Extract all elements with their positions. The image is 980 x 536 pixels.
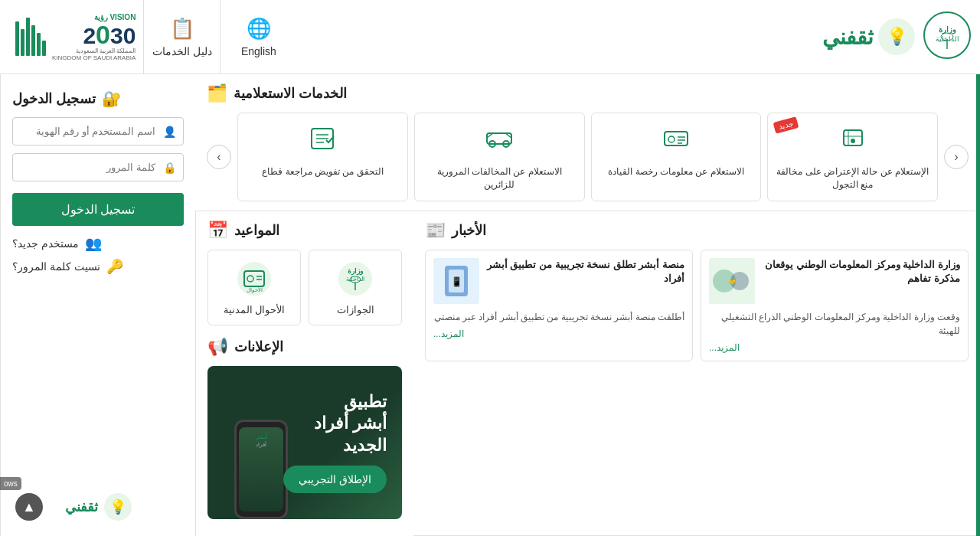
news-announce-area: الأخبار 📰 وزارة الداخلية ومركز المعلومات… bbox=[413, 211, 980, 536]
appt-passports-label: الجوازات bbox=[315, 304, 395, 315]
carousel-next-btn[interactable]: › bbox=[207, 145, 231, 169]
news-card-2-title: منصة أبشر تطلق نسخة تجريبية من تطبيق أبش… bbox=[485, 258, 684, 286]
announce-icon: 📢 bbox=[207, 337, 228, 357]
news-card-2-content: منصة أبشر تطلق نسخة تجريبية من تطبيق أبش… bbox=[485, 258, 684, 286]
svg-text:🤝: 🤝 bbox=[728, 278, 736, 286]
news-icon: 📰 bbox=[425, 221, 446, 240]
forgot-icon: 🔑 bbox=[106, 258, 123, 275]
login-links: 👥 مستخدم جديد؟ 🔑 نسيت كلمة المرور؟ bbox=[12, 235, 184, 275]
license-label: الاستعلام عن معلومات رخصة القيادة bbox=[598, 165, 755, 178]
svg-point-10 bbox=[668, 136, 675, 142]
vision-chart bbox=[15, 18, 46, 56]
bar6 bbox=[15, 21, 19, 56]
violations-label: الاستعلام عن المخالفات المرورية للزائرين bbox=[421, 165, 578, 191]
lock-icon: 🔒 bbox=[163, 162, 176, 174]
svg-text:الأحوال: الأحوال bbox=[247, 286, 263, 293]
bar4 bbox=[26, 18, 30, 56]
appt-header: المواعيد 📅 bbox=[207, 221, 402, 240]
gov-logo: وزارة الداخلية bbox=[923, 11, 972, 64]
services-title: الخدمات الاستعلامية bbox=[234, 85, 347, 102]
svg-point-8 bbox=[851, 139, 855, 143]
service-card-violations[interactable]: الاستعلام عن المخالفات المرورية للزائرين bbox=[414, 113, 585, 201]
announce-title: الإعلانات bbox=[234, 338, 283, 355]
appt-card-passports[interactable]: وزارة الداخلية الجوازات bbox=[309, 250, 402, 325]
news-title: الأخبار bbox=[452, 222, 486, 239]
appt-icon: 📅 bbox=[207, 221, 228, 240]
announce-app-title: تطبيق أبشر أفراد الجديد bbox=[283, 391, 387, 457]
news-grid: وزارة الداخلية ومركز المعلومات الوطني يو… bbox=[425, 250, 969, 361]
news-section: الأخبار 📰 وزارة الداخلية ومركز المعلومات… bbox=[413, 211, 980, 536]
services-guide-label: دليل الخدمات bbox=[152, 45, 212, 57]
username-input[interactable] bbox=[12, 117, 184, 145]
login-button[interactable]: تسجيل الدخول bbox=[12, 193, 184, 226]
announce-wrapper: الإعلانات 📢 تطبيق أبشر أفراد الجديد الإط… bbox=[207, 337, 402, 519]
travel-ban-icon bbox=[774, 123, 931, 159]
login-icon: 🔐 bbox=[102, 90, 121, 108]
news-more-1[interactable]: المزيد... bbox=[709, 342, 960, 353]
service-card-license[interactable]: الاستعلام عن معلومات رخصة القيادة bbox=[591, 113, 762, 201]
service-card-travel-ban[interactable]: جديد الإستعلام عن حالة الإعتراض على مخال… bbox=[767, 113, 938, 201]
services-section-icon: 🗂️ bbox=[207, 83, 227, 103]
services-section: الخدمات الاستعلامية 🗂️ ‹ جديد bbox=[195, 74, 980, 211]
vision-numbers: 2030 bbox=[52, 21, 136, 47]
password-input[interactable] bbox=[12, 153, 184, 181]
login-section: 🔐 تسجيل الدخول 👤 🔒 تسجيل الدخول 👥 مستخدم… bbox=[12, 90, 184, 275]
login-title-text: تسجيل الدخول bbox=[12, 90, 96, 107]
vision-text: VISION رؤية 2030 المملكة العربية السعودي… bbox=[52, 13, 136, 61]
news-card-1-header: وزارة الداخلية ومركز المعلومات الوطني يو… bbox=[709, 258, 960, 304]
news-more-2[interactable]: المزيد... bbox=[433, 328, 684, 339]
bar3 bbox=[31, 25, 35, 56]
announce-launch-btn[interactable]: الإطلاق التجريبي bbox=[283, 466, 387, 493]
appt-card-civil[interactable]: الأحوال الأحوال المدنية bbox=[207, 250, 301, 325]
services-header: الخدمات الاستعلامية 🗂️ bbox=[207, 83, 969, 103]
news-card-1-content: وزارة الداخلية ومركز المعلومات الوطني يو… bbox=[761, 258, 960, 286]
vision-logo: VISION رؤية 2030 المملكة العربية السعودي… bbox=[8, 13, 143, 61]
violations-icon bbox=[421, 123, 578, 159]
news-card-1-title: وزارة الداخلية ومركز المعلومات الوطني يو… bbox=[761, 258, 960, 286]
bottom-row: الأخبار 📰 وزارة الداخلية ومركز المعلومات… bbox=[195, 211, 980, 536]
news-card-1[interactable]: وزارة الداخلية ومركز المعلومات الوطني يو… bbox=[701, 250, 969, 361]
main-layout: الخدمات الاستعلامية 🗂️ ‹ جديد bbox=[0, 74, 980, 536]
announce-banner: تطبيق أبشر أفراد الجديد الإطلاق التجريبي… bbox=[207, 366, 402, 519]
green-border bbox=[976, 0, 980, 536]
sector-icon bbox=[244, 123, 401, 159]
services-icon: 📋 bbox=[170, 17, 194, 41]
services-guide-nav[interactable]: 📋 دليل الخدمات bbox=[143, 0, 220, 74]
news-thumb-1: 🤝 bbox=[709, 258, 755, 304]
news-card-2-body: أطلقت منصة أبشر نسخة تجريبية من تطبيق أب… bbox=[433, 310, 684, 324]
service-card-sector[interactable]: التحقق من تفويض مراجعة قطاع bbox=[237, 113, 408, 201]
carousel-prev-btn[interactable]: ‹ bbox=[944, 145, 969, 169]
scroll-up-btn[interactable]: ▲ bbox=[15, 493, 43, 521]
services-carousel: ‹ جديد الإستعلام عن ح bbox=[207, 113, 969, 201]
forgot-password-link[interactable]: 🔑 نسيت كلمة المرور؟ bbox=[12, 258, 184, 275]
announce-text-area: تطبيق أبشر أفراد الجديد الإطلاق التجريبي bbox=[283, 391, 387, 494]
login-title: 🔐 تسجيل الدخول bbox=[12, 90, 184, 108]
bottom-bulb-icon: 💡 bbox=[104, 493, 132, 521]
center-content: الخدمات الاستعلامية 🗂️ ‹ جديد bbox=[195, 74, 980, 536]
new-user-text: مستخدم جديد؟ bbox=[12, 237, 79, 250]
header-nav: 🌐 English 📋 دليل الخدمات VISION رؤية 203… bbox=[8, 0, 296, 74]
user-icon: 👤 bbox=[163, 126, 176, 138]
username-wrap: 👤 bbox=[12, 117, 184, 145]
appt-civil-label: الأحوال المدنية bbox=[214, 304, 294, 315]
news-card-2[interactable]: منصة أبشر تطلق نسخة تجريبية من تطبيق أبش… bbox=[425, 250, 693, 361]
new-user-link[interactable]: 👥 مستخدم جديد؟ bbox=[12, 235, 184, 252]
header-logos: وزارة الداخلية 💡 ثقفني bbox=[822, 11, 972, 64]
forgot-text: نسيت كلمة المرور؟ bbox=[12, 260, 100, 273]
news-card-2-header: منصة أبشر تطلق نسخة تجريبية من تطبيق أبش… bbox=[433, 258, 684, 304]
announce-header: الإعلانات 📢 bbox=[207, 337, 402, 357]
phone-shape: أبشر أفراد bbox=[234, 420, 288, 519]
services-list: جديد الإستعلام عن حالة الإعتراض على مخال… bbox=[237, 113, 938, 201]
vision-label: VISION رؤية bbox=[52, 13, 136, 21]
thiqah-logo: 💡 ثقفني bbox=[822, 18, 915, 55]
bar2 bbox=[37, 33, 41, 56]
news-header: الأخبار 📰 bbox=[425, 221, 969, 240]
english-nav[interactable]: 🌐 English bbox=[220, 0, 296, 74]
appointments-section: المواعيد 📅 وزارة الداخلية bbox=[195, 211, 413, 536]
bar5 bbox=[21, 29, 24, 56]
license-icon bbox=[598, 123, 755, 159]
news-thumb-2: 📱 bbox=[433, 258, 479, 304]
travel-ban-label: الإستعلام عن حالة الإعتراض على مخالفة من… bbox=[774, 165, 931, 191]
sector-label: التحقق من تفويض مراجعة قطاع bbox=[244, 165, 401, 178]
left-sidebar: 🔐 تسجيل الدخول 👤 🔒 تسجيل الدخول 👥 مستخدم… bbox=[0, 74, 195, 536]
